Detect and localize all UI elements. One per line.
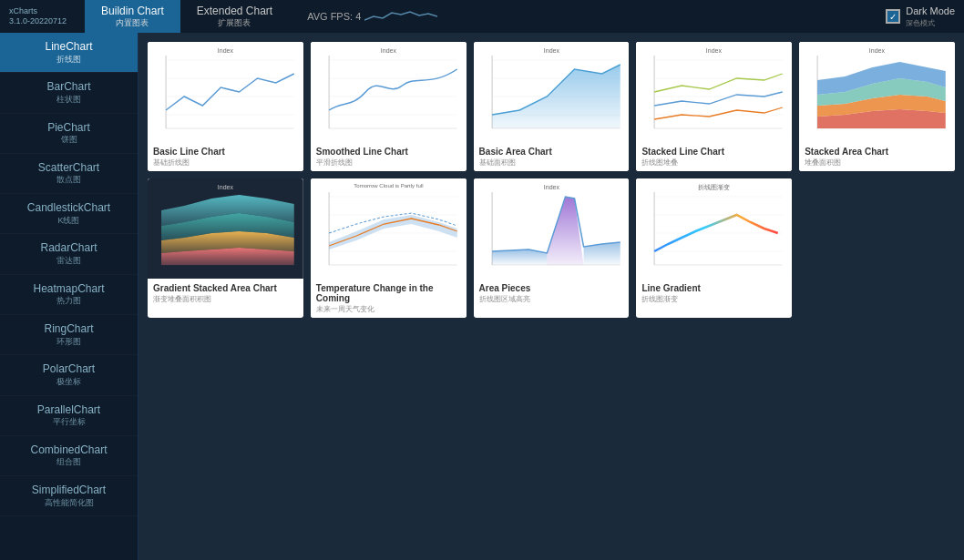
chart-caption-area-pieces: Area Pieces 折线图区域高亮 — [474, 279, 630, 308]
chart-caption-temp-change: Temperature Change in the Coming 未来一周天气变… — [311, 279, 467, 318]
chart-preview-temp-change: Tomorrow Cloud is Partly full — [311, 178, 467, 279]
svg-text:折线图渐变: 折线图渐变 — [698, 184, 730, 190]
main-layout: LineChart折线图 BarChart柱状图 PieChart饼图 Scat… — [0, 33, 964, 560]
sidebar-item-piechart[interactable]: PieChart饼图 — [0, 114, 138, 154]
chart-caption-stacked-line: Stacked Line Chart 折线图堆叠 — [636, 142, 792, 171]
brand-logo: xCharts 3.1.0-20220712 — [9, 6, 67, 26]
chart-caption-basic-area: Basic Area Chart 基础面积图 — [474, 142, 630, 171]
svg-text:Index: Index — [218, 47, 234, 54]
chart-preview-area-pieces: Index — [474, 178, 630, 279]
sidebar-item-scatterchart[interactable]: ScatterChart散点图 — [0, 154, 138, 194]
sidebar-item-heatmapchart[interactable]: HeatmapChart热力图 — [0, 275, 138, 315]
svg-text:Tomorrow Cloud is Partly full: Tomorrow Cloud is Partly full — [354, 183, 423, 188]
dark-mode-toggle[interactable]: ✓ Dark Mode 深色模式 — [886, 5, 955, 28]
sidebar-item-combinedchart[interactable]: CombinedChart组合图 — [0, 436, 138, 476]
chart-card-stacked-area[interactable]: Index Stacked Area Chart 堆叠面积图 — [799, 42, 955, 171]
svg-text:Index: Index — [218, 184, 234, 190]
chart-preview-basic-line: Index — [148, 42, 303, 142]
chart-preview-smoothed-line: Index — [311, 42, 467, 142]
svg-rect-64 — [636, 178, 792, 279]
chart-card-line-gradient[interactable]: 折线图渐变 Line Gradient 折线图渐变 — [636, 178, 792, 318]
chart-preview-stacked-area: Index — [799, 42, 955, 142]
chart-preview-line-gradient: 折线图渐变 — [636, 178, 792, 279]
extended-chart-tab[interactable]: Extended Chart 扩展图表 — [180, 0, 289, 35]
chart-preview-gradient-stacked: Index — [148, 178, 303, 279]
chart-card-temp-change[interactable]: Tomorrow Cloud is Partly full — [311, 178, 467, 318]
buildin-chart-tab[interactable]: Buildin Chart 内置图表 — [85, 0, 180, 35]
sidebar-item-ringchart[interactable]: RingChart环形图 — [0, 315, 138, 355]
sidebar-item-simplifiedchart[interactable]: SimplifiedChart高性能简化图 — [0, 476, 138, 516]
svg-text:Index: Index — [706, 47, 723, 54]
svg-text:Index: Index — [543, 47, 559, 54]
chart-card-basic-line[interactable]: Index Basic Line Chart — [148, 42, 303, 171]
svg-text:Index: Index — [381, 47, 397, 54]
sidebar-item-linechart[interactable]: LineChart折线图 — [0, 33, 138, 73]
topbar: xCharts 3.1.0-20220712 Buildin Chart 内置图… — [0, 0, 964, 33]
sidebar-item-parallelchart[interactable]: ParallelChart平行坐标 — [0, 396, 138, 436]
fps-display: AVG FPS: 4 — [307, 11, 361, 22]
svg-rect-25 — [636, 42, 792, 142]
sidebar-item-candlestickchart[interactable]: CandlestickChartK线图 — [0, 194, 138, 234]
chart-caption-basic-line: Basic Line Chart 基础折线图 — [148, 142, 303, 171]
chart-card-gradient-stacked[interactable]: Index Gradient Stacked Area Chart 渐变堆叠面积… — [148, 178, 303, 318]
chart-caption-gradient-stacked: Gradient Stacked Area Chart 渐变堆叠面积积图 — [148, 279, 303, 308]
chart-caption-stacked-area: Stacked Area Chart 堆叠面积图 — [799, 142, 955, 171]
sidebar-item-polarchart[interactable]: PolarChart极坐标 — [0, 355, 138, 395]
chart-card-basic-area[interactable]: Index Basic Area Chart 基础面积图 — [474, 42, 630, 171]
fps-sparkline — [364, 9, 437, 24]
dark-mode-label: Dark Mode 深色模式 — [906, 5, 955, 28]
charts-grid: Index Basic Line Chart — [148, 42, 955, 318]
chart-caption-line-gradient: Line Gradient 折线图渐变 — [636, 279, 792, 308]
dark-mode-checkbox[interactable]: ✓ — [886, 9, 900, 24]
content-area: Index Basic Line Chart — [138, 33, 964, 560]
chart-caption-smoothed-line: Smoothed Line Chart 平滑折线图 — [311, 142, 467, 171]
chart-card-stacked-line[interactable]: Index Stacked Line Chart 折线图堆叠 — [636, 42, 792, 171]
chart-preview-stacked-line: Index — [636, 42, 792, 142]
sidebar-item-barchart[interactable]: BarChart柱状图 — [0, 73, 138, 113]
chart-card-smoothed-line[interactable]: Index Smoothed Line Chart 平滑折线图 — [311, 42, 467, 171]
chart-preview-basic-area: Index — [474, 42, 630, 142]
svg-text:Index: Index — [869, 47, 886, 54]
chart-card-area-pieces[interactable]: Index Area Pieces 折线图区域高亮 — [474, 178, 630, 318]
sidebar: LineChart折线图 BarChart柱状图 PieChart饼图 Scat… — [0, 33, 138, 560]
svg-text:Index: Index — [543, 184, 559, 190]
svg-rect-8 — [311, 42, 467, 142]
svg-rect-0 — [148, 42, 303, 142]
sidebar-item-radarchart[interactable]: RadarChart雷达图 — [0, 234, 138, 274]
